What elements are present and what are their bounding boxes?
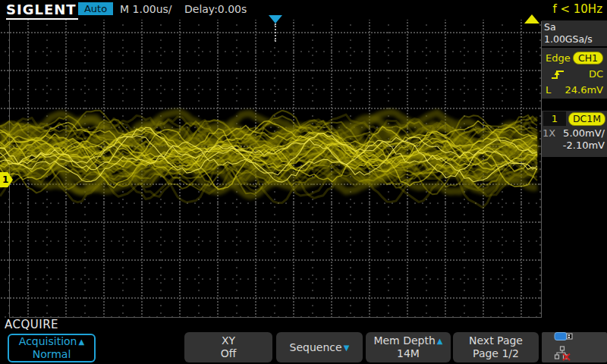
mem-depth-button-value: 14M xyxy=(397,347,420,360)
acquisition-mode-button[interactable]: Acquisition ▲ Normal xyxy=(8,334,96,362)
xy-mode-button[interactable]: XY Off xyxy=(184,332,272,362)
lan-disconnected-icon xyxy=(554,346,572,364)
menu-title: ACQUIRE xyxy=(5,318,58,331)
mem-depth-button[interactable]: Mem Depth ▲ 14M xyxy=(366,332,451,362)
acquisition-button-label: Acquisition xyxy=(19,335,77,348)
status-icons-panel xyxy=(542,332,607,362)
channel1-info-panel[interactable]: 1 DC1M 1X 5.00mV/ -2.10mV xyxy=(542,111,607,157)
up-arrow-icon: ▲ xyxy=(78,335,84,348)
usb-icon xyxy=(554,331,574,345)
next-page-button-value: Page 1/2 xyxy=(473,347,519,360)
sequence-button[interactable]: Sequence ▼ xyxy=(276,332,363,362)
up-arrow-icon: ▲ xyxy=(437,334,443,347)
trigger-level-marker-icon[interactable] xyxy=(524,14,539,24)
siglent-logo: SIGLENT xyxy=(6,2,78,20)
vertical-scale-readout: 5.00mV/ xyxy=(563,127,605,139)
sample-rate-readout: Sa 1.00GSa/s xyxy=(544,21,607,46)
trigger-level-readout: 24.6mV xyxy=(565,84,603,96)
sequence-button-label: Sequence xyxy=(290,341,342,354)
xy-button-value: Off xyxy=(221,347,237,360)
top-status-bar: SIGLENT Auto M 1.00us/ Delay:0.00s f < 1… xyxy=(0,0,607,20)
acquisition-button-value: Normal xyxy=(33,348,71,361)
waveform-canvas xyxy=(0,20,541,318)
xy-button-label: XY xyxy=(222,334,235,347)
probe-attenuation-label: 1X xyxy=(543,127,555,139)
delay-readout[interactable]: Delay:0.00s xyxy=(184,3,247,15)
rising-edge-icon xyxy=(546,68,565,80)
trigger-mode-badge[interactable]: Auto xyxy=(78,2,113,15)
acquisition-info-panel: Sa 1.00GSa/s Curr 14.0kpts xyxy=(542,20,607,46)
trigger-info-panel: Edge CH1 DC L 24.6mV xyxy=(542,48,607,99)
oscilloscope-screen: SIGLENT Auto M 1.00us/ Delay:0.00s f < 1… xyxy=(0,0,607,364)
channel-coupling-badge: DC1M xyxy=(568,112,605,126)
trigger-source-badge: CH1 xyxy=(573,52,603,64)
vertical-offset-readout: -2.10mV xyxy=(542,139,607,151)
next-page-button[interactable]: Next Page Page 1/2 xyxy=(453,332,539,362)
channel-number-label: 1 xyxy=(543,111,566,126)
trigger-position-marker-icon[interactable] xyxy=(269,15,282,24)
trigger-level-label: L xyxy=(546,84,551,96)
frequency-counter: f < 10Hz xyxy=(552,2,602,16)
trigger-position-line xyxy=(275,24,276,42)
trigger-type-label: Edge xyxy=(546,52,571,64)
next-page-button-label: Next Page xyxy=(469,334,523,347)
trigger-coupling-label: DC xyxy=(589,68,603,80)
down-arrow-icon: ▼ xyxy=(344,341,350,354)
timebase-readout[interactable]: M 1.00us/ xyxy=(120,3,172,15)
mem-depth-button-label: Mem Depth xyxy=(373,334,435,347)
